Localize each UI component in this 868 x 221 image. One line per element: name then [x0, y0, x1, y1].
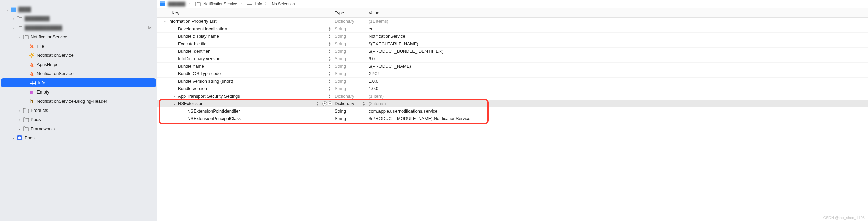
plist-type[interactable]: Dictionary [335, 94, 369, 99]
plist-type[interactable]: String [335, 41, 369, 46]
navigator-item[interactable]: NotificationService [0, 51, 157, 60]
key-stepper[interactable]: ▲▼ [327, 41, 332, 46]
chevron-down-icon[interactable]: ⌄ [162, 19, 168, 23]
plist-key[interactable]: InfoDictionary version [177, 56, 327, 61]
plist-value[interactable]: com.apple.usernotifications.service [369, 108, 868, 114]
key-stepper[interactable]: ▲▼ [327, 86, 332, 91]
plist-type[interactable]: Dictionary [335, 19, 369, 24]
plist-type[interactable]: String [335, 26, 369, 31]
chevron-right-icon[interactable]: › [17, 127, 22, 131]
navigator-item[interactable]: File [0, 41, 157, 51]
plist-value[interactable]: $(PRODUCT_BUNDLE_IDENTIFIER) [369, 49, 868, 54]
plist-value[interactable]: XPC! [369, 71, 868, 76]
plist-key[interactable]: Bundle version string (short) [177, 79, 327, 84]
plist-value[interactable]: $(EXECUTABLE_NAME) [369, 41, 868, 46]
plist-type[interactable]: String [335, 116, 369, 121]
plist-row[interactable]: ›App Transport Security Settings▲▼Dictio… [157, 92, 868, 100]
plist-value[interactable]: 6.0 [369, 56, 868, 61]
plist-key[interactable]: NSExtension [177, 101, 315, 106]
plist-type[interactable]: String [335, 108, 369, 114]
plist-row[interactable]: NSExtensionPrincipalClassString$(PRODUCT… [157, 115, 868, 122]
project-navigator[interactable]: ⌄████›████████⌄████████████M⌄Notificatio… [0, 0, 157, 221]
chevron-right-icon[interactable]: › [11, 136, 16, 140]
plist-row[interactable]: InfoDictionary version▲▼String6.0 [157, 55, 868, 63]
plist-value[interactable]: $(PRODUCT_NAME) [369, 64, 868, 69]
chevron-down-icon[interactable]: ⌄ [17, 35, 22, 39]
plist-table[interactable]: ⌄Information Property ListDictionary(11 … [157, 18, 868, 122]
plist-row[interactable]: ⌄Information Property ListDictionary(11 … [157, 18, 868, 25]
plist-value[interactable]: 1.0.0 [369, 79, 868, 84]
column-header-type[interactable]: Type [335, 10, 369, 15]
add-remove-buttons[interactable]: +− [322, 101, 332, 106]
navigator-item[interactable]: hNotificationService-Bridging-Header [0, 97, 157, 106]
plist-type[interactable]: String [335, 79, 369, 84]
plist-type[interactable]: String [335, 34, 369, 39]
plist-value[interactable]: $(PRODUCT_MODULE_NAME).NotificationServi… [369, 116, 868, 121]
crumb-file[interactable]: Info [255, 2, 262, 6]
plist-row[interactable]: ⌄NSExtension▲▼+−Dictionary▲▼(2 items) [157, 100, 868, 107]
navigator-item[interactable]: ApnsHelper [0, 60, 157, 69]
navigator-item[interactable]: ›Pods [0, 115, 157, 124]
plist-value[interactable]: (2 items) [369, 101, 868, 106]
type-stepper[interactable]: ▲▼ [361, 101, 367, 106]
plist-value[interactable]: (1 item) [369, 94, 868, 99]
chevron-right-icon[interactable]: › [172, 94, 177, 98]
plist-key[interactable]: Development localization [177, 26, 327, 31]
chevron-down-icon[interactable]: ⌄ [5, 7, 10, 12]
plist-type[interactable]: Dictionary [335, 101, 361, 106]
plist-type[interactable]: String [335, 56, 369, 61]
key-stepper[interactable]: ▲▼ [327, 49, 332, 54]
plist-key[interactable]: Bundle display name [177, 34, 327, 39]
navigator-item[interactable]: Info [1, 78, 156, 87]
navigator-item[interactable]: ⌄████ [0, 5, 157, 14]
chevron-down-icon[interactable]: ⌄ [172, 101, 177, 106]
plist-value[interactable]: 1.0.0 [369, 86, 868, 91]
chevron-down-icon[interactable]: ⌄ [11, 26, 16, 30]
plist-key[interactable]: Bundle name [177, 64, 327, 69]
chevron-right-icon[interactable]: › [17, 108, 22, 113]
plist-value[interactable]: en [369, 26, 868, 31]
crumb-folder[interactable]: NotificationService [203, 2, 237, 6]
plist-row[interactable]: NSExtensionPointIdentifierStringcom.appl… [157, 107, 868, 115]
key-stepper[interactable]: ▲▼ [315, 101, 320, 106]
plist-value[interactable]: NotificationService [369, 34, 868, 39]
plist-key[interactable]: Bundle version [177, 86, 327, 91]
plist-row[interactable]: Bundle OS Type code▲▼StringXPC! [157, 70, 868, 78]
remove-button[interactable]: − [328, 101, 332, 106]
plist-row[interactable]: Development localization▲▼Stringen [157, 25, 868, 33]
plist-key[interactable]: NSExtensionPrincipalClass [187, 116, 335, 121]
plist-key[interactable]: Executable file [177, 41, 327, 46]
plist-value[interactable]: (11 items) [369, 19, 868, 24]
navigator-item[interactable]: ⌄NotificationService [0, 32, 157, 41]
navigator-item[interactable]: mEmpty [0, 87, 157, 97]
add-button[interactable]: + [322, 101, 327, 106]
navigator-item[interactable]: ›████████ [0, 14, 157, 23]
crumb-project[interactable]: ██████ [168, 2, 185, 6]
key-stepper[interactable]: ▲▼ [327, 94, 332, 99]
navigator-item[interactable]: NotificationService [0, 69, 157, 78]
plist-row[interactable]: Bundle version▲▼String1.0.0 [157, 85, 868, 92]
key-stepper[interactable]: ▲▼ [327, 64, 332, 69]
plist-row[interactable]: Executable file▲▼String$(EXECUTABLE_NAME… [157, 40, 868, 48]
key-stepper[interactable]: ▲▼ [327, 34, 332, 39]
plist-key[interactable]: Information Property List [168, 19, 335, 24]
key-stepper[interactable]: ▲▼ [327, 79, 332, 84]
plist-type[interactable]: String [335, 49, 369, 54]
key-stepper[interactable]: ▲▼ [327, 71, 332, 76]
key-stepper[interactable]: ▲▼ [327, 56, 332, 61]
navigator-item[interactable]: ›Frameworks [0, 124, 157, 133]
plist-type[interactable]: String [335, 71, 369, 76]
plist-key[interactable]: Bundle OS Type code [177, 71, 327, 76]
plist-row[interactable]: Bundle version string (short)▲▼String1.0… [157, 78, 868, 85]
plist-row[interactable]: Bundle name▲▼String$(PRODUCT_NAME) [157, 63, 868, 70]
navigator-item[interactable]: ›Pods [0, 133, 157, 142]
plist-row[interactable]: Bundle display name▲▼StringNotificationS… [157, 33, 868, 40]
plist-key[interactable]: App Transport Security Settings [177, 94, 327, 99]
navigator-item[interactable]: ⌄████████████M [0, 23, 157, 32]
plist-key[interactable]: Bundle identifier [177, 49, 327, 54]
breadcrumb[interactable]: ██████ 〉 NotificationService 〉 Info 〉 No… [157, 0, 868, 8]
plist-type[interactable]: String [335, 86, 369, 91]
plist-row[interactable]: Bundle identifier▲▼String$(PRODUCT_BUNDL… [157, 48, 868, 55]
chevron-right-icon[interactable]: › [11, 17, 16, 21]
navigator-item[interactable]: ›Products [0, 106, 157, 115]
